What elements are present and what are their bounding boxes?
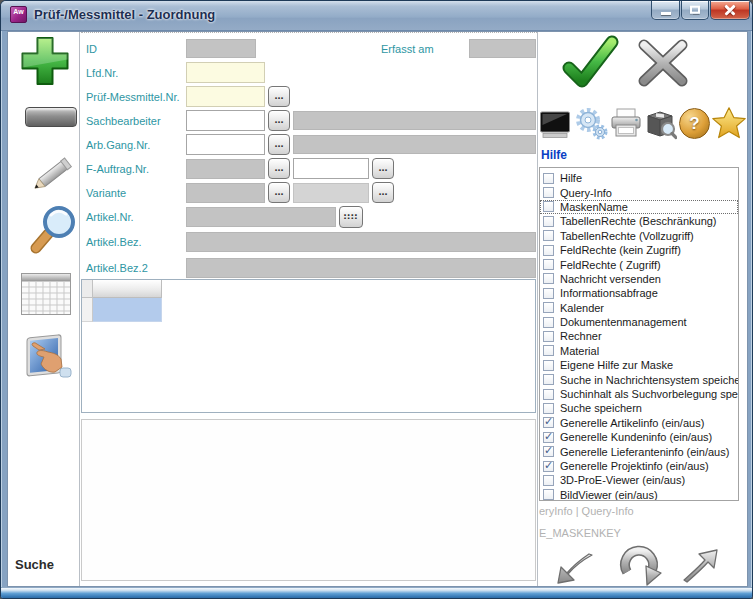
help-option-row[interactable]: Informationsabfrage: [540, 286, 738, 300]
f-auftrag-browse-button[interactable]: ...: [268, 158, 290, 179]
preview-button[interactable]: [643, 107, 677, 140]
titlebar[interactable]: Aw Prüf-/Messmittel - Zuordnung: [1, 1, 753, 31]
back-button[interactable]: [553, 549, 595, 587]
refresh-button[interactable]: [616, 543, 666, 589]
help-option-row[interactable]: FeldRechte ( Zugriff): [540, 257, 738, 271]
help-option-row[interactable]: BildViewer (ein/aus): [540, 488, 738, 501]
grid-selected-cell[interactable]: [93, 298, 162, 322]
forward-button[interactable]: [679, 546, 725, 584]
help-option-row[interactable]: Generelle Artikelinfo (ein/aus): [540, 416, 738, 430]
help-option-row[interactable]: Suchinhalt als Suchvorbelegung speic: [540, 387, 738, 401]
checkmark-icon: [561, 34, 619, 92]
touch-select-button[interactable]: [19, 329, 75, 381]
checkbox-icon[interactable]: [543, 259, 554, 270]
minimize-button[interactable]: [651, 1, 680, 20]
help-option-row[interactable]: Eigene Hilfe zur Maske: [540, 358, 738, 372]
checkbox-icon[interactable]: [543, 417, 554, 428]
sachbearbeiter-label: Sachbearbeiter: [86, 115, 161, 127]
app-icon[interactable]: Aw: [10, 6, 27, 23]
arb-gang-browse-button[interactable]: ...: [268, 134, 290, 155]
grid-row-selector[interactable]: [82, 298, 93, 322]
help-option-row[interactable]: Suche in Nachrichtensystem speicher: [540, 372, 738, 386]
table-icon: [21, 273, 71, 315]
settings-button[interactable]: [574, 107, 608, 140]
lfd-nr-input[interactable]: [186, 62, 265, 83]
checkbox-icon[interactable]: [543, 216, 554, 227]
help-option-row[interactable]: Dokumentenmanagement: [540, 315, 738, 329]
help-option-row[interactable]: Query-Info: [540, 185, 738, 199]
checkbox-icon[interactable]: [543, 475, 554, 486]
table-view-button[interactable]: [21, 273, 71, 315]
help-option-row[interactable]: Material: [540, 344, 738, 358]
search-button[interactable]: [25, 201, 81, 257]
results-grid[interactable]: [81, 279, 536, 413]
help-option-row[interactable]: FeldRechte (kein Zugriff): [540, 243, 738, 257]
checkbox-icon[interactable]: [543, 403, 554, 414]
help-option-row[interactable]: Generelle Kundeninfo (ein/aus): [540, 430, 738, 444]
sachbearbeiter-browse-button[interactable]: ...: [268, 110, 290, 131]
maximize-button[interactable]: [681, 1, 709, 20]
f-auftrag-pos-input[interactable]: [293, 158, 369, 179]
sachbearbeiter-display-field: [293, 111, 536, 130]
help-option-row[interactable]: MaskenName: [540, 200, 738, 214]
erfasst-am-field: [469, 39, 536, 58]
delete-button[interactable]: [25, 107, 77, 127]
app-icon-text: Aw: [13, 7, 23, 16]
help-button[interactable]: ?: [679, 108, 710, 139]
help-option-row[interactable]: TabellenRechte (Beschränkung): [540, 214, 738, 228]
help-option-label: Material: [560, 345, 599, 357]
mask-key-label: E_MASKENKEY: [539, 527, 621, 539]
checkbox-icon[interactable]: [543, 432, 554, 443]
screen-button[interactable]: [539, 108, 571, 140]
favorites-button[interactable]: [712, 107, 746, 139]
help-option-row[interactable]: TabellenRechte (Vollzugriff): [540, 229, 738, 243]
help-option-row[interactable]: Kalender: [540, 301, 738, 315]
checkbox-icon[interactable]: [543, 245, 554, 256]
variante-browse-button-2[interactable]: ...: [372, 182, 394, 203]
help-option-row[interactable]: Hilfe: [540, 171, 738, 185]
help-option-row[interactable]: Rechner: [540, 329, 738, 343]
artikel-nr-label: Artikel.Nr.: [86, 211, 134, 223]
help-option-label: Query-Info: [560, 187, 612, 199]
checkbox-icon[interactable]: [543, 446, 554, 457]
sachbearbeiter-input[interactable]: [186, 110, 265, 131]
checkbox-icon[interactable]: [543, 489, 554, 500]
help-option-row[interactable]: Suche speichern: [540, 401, 738, 415]
pruef-messmittel-input[interactable]: [186, 86, 265, 107]
checkbox-icon[interactable]: [543, 317, 554, 328]
checkbox-icon[interactable]: [543, 288, 554, 299]
checkbox-icon[interactable]: [543, 360, 554, 371]
checkbox-icon[interactable]: [543, 302, 554, 313]
checkbox-icon[interactable]: [543, 331, 554, 342]
suche-label: Suche: [15, 557, 54, 572]
window-title: Prüf-/Messmittel - Zuordnung: [34, 7, 215, 22]
pruef-messmittel-browse-button[interactable]: ...: [268, 86, 290, 107]
artikel-nr-browse-button[interactable]: ∷∷: [339, 206, 363, 228]
checkbox-icon[interactable]: [543, 345, 554, 356]
help-option-row[interactable]: Generelle Projektinfo (ein/aus): [540, 459, 738, 473]
f-auftrag-pos-browse-button[interactable]: ...: [372, 158, 394, 179]
close-button[interactable]: [710, 1, 750, 20]
add-button[interactable]: [21, 35, 69, 87]
checkbox-icon[interactable]: [543, 273, 554, 284]
arb-gang-display-field: [293, 135, 536, 154]
variante-browse-button[interactable]: ...: [268, 182, 290, 203]
help-option-row[interactable]: 3D-ProE-Viewer (ein/aus): [540, 473, 738, 487]
checkbox-icon[interactable]: [543, 187, 554, 198]
grid-column-header[interactable]: [93, 280, 162, 298]
checkbox-icon[interactable]: [543, 173, 554, 184]
checkbox-icon[interactable]: [543, 389, 554, 400]
cancel-button[interactable]: [635, 38, 691, 88]
checkbox-icon[interactable]: [543, 374, 554, 385]
help-options-list[interactable]: Hilfe Query-Info MaskenName TabellenRech…: [539, 167, 739, 501]
help-option-row[interactable]: Generelle Lieferanteninfo (ein/aus): [540, 444, 738, 458]
checkbox-icon[interactable]: [543, 201, 554, 212]
plus-icon: [21, 35, 69, 87]
arb-gang-input[interactable]: [186, 134, 265, 155]
help-option-row[interactable]: Nachricht versenden: [540, 272, 738, 286]
checkbox-icon[interactable]: [543, 461, 554, 472]
confirm-button[interactable]: [561, 34, 619, 92]
checkbox-icon[interactable]: [543, 230, 554, 241]
print-button[interactable]: [609, 107, 643, 139]
edit-button[interactable]: [27, 151, 79, 197]
